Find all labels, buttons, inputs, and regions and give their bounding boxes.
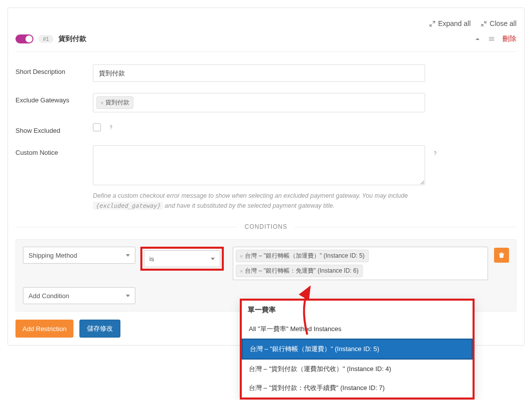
exclude-gateways-select[interactable]: ×貨到付款: [93, 93, 425, 112]
custom-notice-help-text: Define a custom checkout error message t…: [93, 191, 425, 211]
condition-type-select[interactable]: Shipping Method: [23, 247, 135, 264]
condition-operator-select[interactable]: is: [144, 250, 220, 267]
top-actions: Expand all Close all: [15, 15, 517, 34]
delete-restriction-button[interactable]: 刪除: [503, 34, 517, 43]
restriction-id-badge: #1: [38, 35, 53, 43]
dropdown-group-header: 單一費率: [242, 301, 473, 320]
collapse-icon: [481, 20, 487, 27]
show-excluded-label: Show Excluded: [15, 123, 93, 134]
custom-notice-textarea[interactable]: [93, 145, 425, 185]
hamburger-icon: [489, 36, 495, 42]
remove-chip-icon[interactable]: ×: [240, 253, 243, 259]
shipping-method-dropdown[interactable]: 單一費率 All "單一費率" Method Instances 台灣 – "銀…: [240, 299, 475, 353]
drag-handle[interactable]: [489, 36, 495, 42]
close-all-button[interactable]: Close all: [481, 19, 517, 27]
condition-value-select[interactable]: ×台灣 – "銀行轉帳（加運費）" (Instance ID: 5) ×台灣 –…: [233, 247, 488, 280]
add-restriction-button[interactable]: Add Restriction: [15, 320, 73, 338]
custom-notice-help-icon[interactable]: ?: [431, 149, 439, 157]
restriction-title: 貨到付款: [58, 34, 86, 43]
save-changes-button[interactable]: 儲存修改: [79, 320, 120, 338]
chevron-down-icon: [126, 295, 130, 297]
dropdown-option[interactable]: All "單一費率" Method Instances: [242, 320, 473, 339]
value-chip: ×台灣 – "銀行轉帳：免運費" (Instance ID: 6): [236, 265, 363, 277]
exclude-gateways-label: Exclude Gateways: [15, 93, 93, 104]
trash-icon: [498, 252, 505, 259]
remove-condition-button[interactable]: [494, 248, 509, 263]
expand-all-button[interactable]: Expand all: [429, 19, 471, 27]
restriction-header: #1 貨到付款 刪除: [15, 34, 517, 52]
chevron-down-icon: [211, 258, 215, 260]
show-excluded-checkbox[interactable]: [93, 123, 101, 131]
show-excluded-help-icon[interactable]: ?: [107, 123, 115, 131]
expand-icon: [429, 20, 436, 27]
remove-chip-icon[interactable]: ×: [100, 100, 103, 106]
dropdown-option[interactable]: 台灣 – "銀行轉帳（加運費）" (Instance ID: 5): [242, 339, 473, 353]
custom-notice-label: Custom Notice: [15, 145, 93, 156]
gateway-chip: ×貨到付款: [96, 96, 133, 109]
collapse-section-button[interactable]: [475, 36, 481, 42]
value-chip: ×台灣 – "銀行轉帳（加運費）" (Instance ID: 5): [236, 250, 369, 262]
restriction-panel: Expand all Close all #1 貨到付款 刪除 Short De…: [7, 7, 525, 346]
chevron-down-icon: [126, 254, 130, 257]
add-condition-select[interactable]: Add Condition: [23, 287, 135, 304]
condition-operator-highlight: is: [140, 247, 224, 271]
short-description-input[interactable]: [93, 64, 425, 82]
remove-chip-icon[interactable]: ×: [240, 268, 243, 274]
caret-up-icon: [475, 36, 481, 42]
enable-toggle[interactable]: [15, 34, 33, 43]
short-description-label: Short Description: [15, 64, 93, 75]
conditions-divider: CONDITIONS: [15, 223, 517, 230]
